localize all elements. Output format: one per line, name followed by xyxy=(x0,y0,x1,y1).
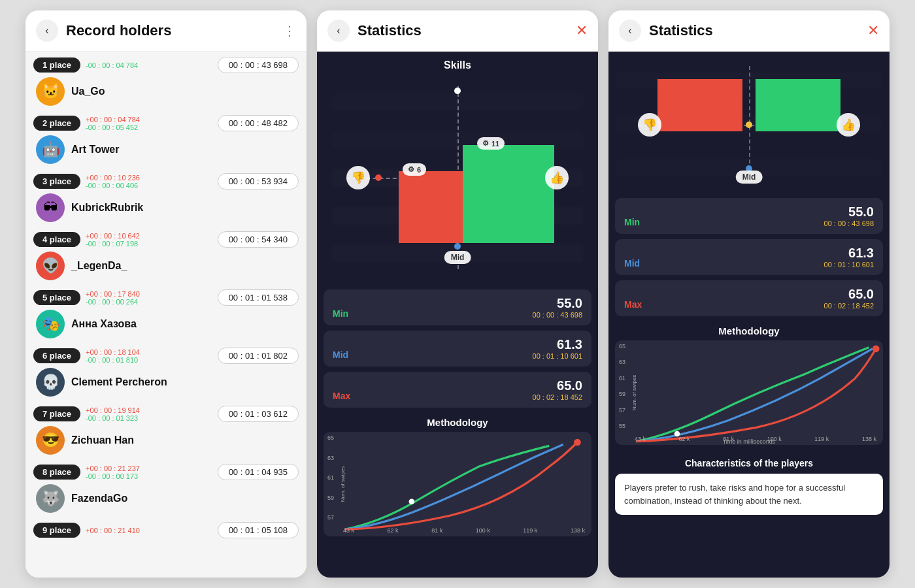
avatar-7: 😎 xyxy=(36,426,65,455)
avatar-4: 👽 xyxy=(36,252,65,280)
bottom-blue-dot xyxy=(454,243,461,250)
place-badge-5: 5 place xyxy=(33,290,80,305)
place-badge-8: 8 place xyxy=(33,465,80,480)
dislike-button[interactable]: 👎 xyxy=(346,166,370,189)
right-skills-section: 👎 👍 Mid xyxy=(608,52,890,195)
record-item-3: 3 place+00 : 00 : 10 236-00 : 00 : 00 40… xyxy=(33,173,299,225)
stats-middle-content: Skills xyxy=(317,52,598,578)
record-item-7: 7 place+00 : 00 : 19 914-00 : 00 : 01 32… xyxy=(33,406,299,457)
right-dislike-button[interactable]: 👎 xyxy=(638,113,661,137)
player-name-7: Zichuan Han xyxy=(71,434,134,446)
player-name-8: FazendaGo xyxy=(71,493,127,504)
menu-button[interactable]: ⋮ xyxy=(283,23,296,39)
place-badge-4: 4 place xyxy=(33,232,80,247)
time-positive-9: +00 : 00 : 21 410 xyxy=(86,527,218,534)
right-min-time: 00 : 00 : 43 698 xyxy=(824,220,874,227)
right-like-button[interactable]: 👍 xyxy=(837,113,860,137)
right-y-title: Num. of swipes xyxy=(631,375,637,411)
record-score-6: 00 : 01 : 01 802 xyxy=(218,348,299,364)
stats-back-button[interactable]: ‹ xyxy=(327,20,350,42)
record-holders-header: ‹ Record holders ⋮ xyxy=(25,10,307,52)
right-stat-min: Min 55.0 00 : 00 : 43 698 xyxy=(615,198,883,234)
svg-point-1 xyxy=(574,439,581,446)
right-methodology-svg xyxy=(615,340,883,445)
stats-right-header: ‹ Statistics ✕ xyxy=(608,10,890,52)
min-label: Min xyxy=(333,308,348,319)
record-item-8: 8 place+00 : 00 : 21 237-00 : 00 : 00 17… xyxy=(33,464,299,515)
time-negative-3: -00 : 00 : 00 406 xyxy=(86,182,218,189)
player-name-5: Анна Хазова xyxy=(71,318,137,330)
statistics-right-panel: ‹ Statistics ✕ xyxy=(608,10,890,578)
back-button[interactable]: ‹ xyxy=(36,20,58,42)
stat-row-min: Min 55.0 00 : 00 : 43 698 xyxy=(324,289,591,325)
time-negative-1: -00 : 00 : 04 784 xyxy=(86,61,218,69)
right-y-labels: 65 63 61 59 57 55 xyxy=(615,340,628,432)
right-stat-mid: Mid 61.3 00 : 01 : 10 601 xyxy=(615,239,883,275)
panel-title: Record holders xyxy=(66,22,283,39)
place-badge-3: 3 place xyxy=(33,174,80,189)
record-score-9: 00 : 01 : 05 108 xyxy=(218,522,299,538)
record-holders-panel: ‹ Record holders ⋮ 1 place-00 : 00 : 04 … xyxy=(25,10,307,578)
record-item-6: 6 place+00 : 00 : 18 104-00 : 00 : 01 81… xyxy=(33,348,299,399)
time-negative-4: -00 : 00 : 07 198 xyxy=(86,240,218,248)
player-name-6: Clement Percheron xyxy=(71,376,167,388)
stats-middle-title: Statistics xyxy=(358,22,576,39)
place-badge-9: 9 place xyxy=(33,523,80,538)
mid-values: 61.3 00 : 01 : 10 601 xyxy=(533,337,582,360)
right-min-value: 55.0 xyxy=(824,204,874,220)
right-stat-max: Max 65.0 00 : 02 : 18 452 xyxy=(615,280,883,316)
record-score-1: 00 : 00 : 43 698 xyxy=(218,57,299,73)
methodology-svg xyxy=(324,432,591,536)
record-score-7: 00 : 01 : 03 612 xyxy=(218,406,299,422)
like-button[interactable]: 👍 xyxy=(545,166,569,189)
time-positive-3: +00 : 00 : 10 236 xyxy=(86,174,218,182)
record-score-5: 00 : 01 : 01 538 xyxy=(218,289,299,306)
record-item-4: 4 place+00 : 00 : 10 642-00 : 00 : 07 19… xyxy=(33,231,299,283)
time-positive-2: +00 : 00 : 04 784 xyxy=(86,116,218,123)
right-methodology-title: Methodology xyxy=(615,325,883,336)
close-button[interactable]: ✕ xyxy=(576,24,588,38)
record-score-8: 00 : 01 : 04 935 xyxy=(218,464,299,480)
time-positive-6: +00 : 00 : 18 104 xyxy=(86,348,218,356)
time-negative-5: -00 : 00 : 00 264 xyxy=(86,298,218,306)
records-list: 1 place-00 : 00 : 04 78400 : 00 : 43 698… xyxy=(25,52,307,578)
time-positive-8: +00 : 00 : 21 237 xyxy=(86,465,218,472)
methodology-title: Methodology xyxy=(324,417,591,428)
time-positive-7: +00 : 00 : 19 914 xyxy=(86,406,218,414)
min-time: 00 : 00 : 43 698 xyxy=(533,311,582,319)
y-axis-labels: 65 63 61 59 57 xyxy=(324,432,337,523)
time-negative-2: -00 : 00 : 05 452 xyxy=(86,123,218,131)
record-item-5: 5 place+00 : 00 : 17 840-00 : 00 : 00 26… xyxy=(33,289,299,341)
right-methodology-section: Methodology 65 63 61 59 57 55 Num. xyxy=(608,319,890,451)
record-score-4: 00 : 00 : 54 340 xyxy=(218,231,299,248)
right-max-time: 00 : 02 : 18 452 xyxy=(824,302,874,310)
time-negative-7: -00 : 00 : 01 323 xyxy=(86,414,218,422)
right-mid-stat-label: Mid xyxy=(624,258,640,269)
time-negative-8: -00 : 00 : 00 173 xyxy=(86,472,218,480)
mid-value: 61.3 xyxy=(533,337,582,352)
svg-point-3 xyxy=(873,345,880,352)
place-badge-6: 6 place xyxy=(33,348,80,363)
place-badge-2: 2 place xyxy=(33,116,80,131)
stats-right-content: 👎 👍 Mid Min 55.0 00 : 00 : 43 698 xyxy=(608,52,890,578)
mid-label: Mid xyxy=(444,251,471,264)
right-max-value: 65.0 xyxy=(824,287,874,302)
place-badge-1: 1 place xyxy=(33,57,80,73)
y-axis-title: Num. of swipes xyxy=(340,466,346,502)
skills-section: Skills xyxy=(317,52,598,287)
max-value: 65.0 xyxy=(533,378,582,393)
time-positive-5: +00 : 00 : 17 840 xyxy=(86,290,218,298)
right-mid-value: 61.3 xyxy=(824,246,874,261)
stats-right-back-button[interactable]: ‹ xyxy=(619,20,641,42)
time-positive-4: +00 : 00 : 10 642 xyxy=(86,232,218,240)
right-methodology-chart: 65 63 61 59 57 55 Num. of swipes 43 k 62… xyxy=(615,340,883,445)
stats-right-close-button[interactable]: ✕ xyxy=(867,24,879,38)
right-min-label: Min xyxy=(624,217,640,227)
max-values: 65.0 00 : 02 : 18 452 xyxy=(533,378,582,401)
max-label: Max xyxy=(333,391,350,401)
right-left-dot xyxy=(667,122,673,128)
statistics-middle-panel: ‹ Statistics ✕ Skills xyxy=(317,10,598,578)
green-block xyxy=(463,145,554,243)
player-name-2: Art Tower xyxy=(71,144,119,155)
record-item-9: 9 place+00 : 00 : 21 41000 : 01 : 05 108 xyxy=(33,522,299,538)
